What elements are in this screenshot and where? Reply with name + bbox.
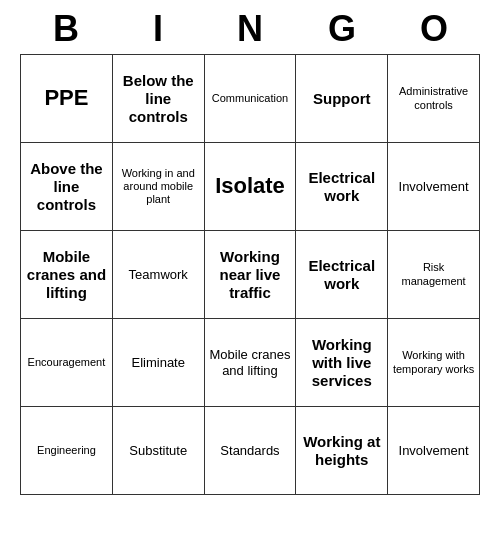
cell-r0-c2: Communication xyxy=(204,55,296,143)
bingo-title: B I N G O xyxy=(20,0,480,54)
cell-r2-c4: Risk management xyxy=(388,231,480,319)
cell-r4-c2: Standards xyxy=(204,407,296,495)
cell-r2-c3: Electrical work xyxy=(296,231,388,319)
cell-r4-c4: Involvement xyxy=(388,407,480,495)
cell-r4-c3: Working at heights xyxy=(296,407,388,495)
cell-r3-c0: Encouragement xyxy=(21,319,113,407)
cell-r1-c0: Above the line controls xyxy=(21,143,113,231)
cell-r3-c1: Eliminate xyxy=(112,319,204,407)
cell-r0-c1: Below the line controls xyxy=(112,55,204,143)
cell-r1-c1: Working in and around mobile plant xyxy=(112,143,204,231)
cell-r3-c2: Mobile cranes and lifting xyxy=(204,319,296,407)
cell-r1-c3: Electrical work xyxy=(296,143,388,231)
cell-r3-c4: Working with temporary works xyxy=(388,319,480,407)
cell-r1-c2: Isolate xyxy=(204,143,296,231)
cell-r1-c4: Involvement xyxy=(388,143,480,231)
cell-r4-c1: Substitute xyxy=(112,407,204,495)
cell-r3-c3: Working with live services xyxy=(296,319,388,407)
letter-o: O xyxy=(394,8,474,50)
letter-n: N xyxy=(210,8,290,50)
letter-g: G xyxy=(302,8,382,50)
bingo-grid: PPEBelow the line controlsCommunicationS… xyxy=(20,54,480,495)
cell-r4-c0: Engineering xyxy=(21,407,113,495)
letter-i: I xyxy=(118,8,198,50)
cell-r0-c4: Administrative controls xyxy=(388,55,480,143)
cell-r2-c0: Mobile cranes and lifting xyxy=(21,231,113,319)
cell-r2-c1: Teamwork xyxy=(112,231,204,319)
cell-r0-c3: Support xyxy=(296,55,388,143)
letter-b: B xyxy=(26,8,106,50)
cell-r2-c2: Working near live traffic xyxy=(204,231,296,319)
cell-r0-c0: PPE xyxy=(21,55,113,143)
